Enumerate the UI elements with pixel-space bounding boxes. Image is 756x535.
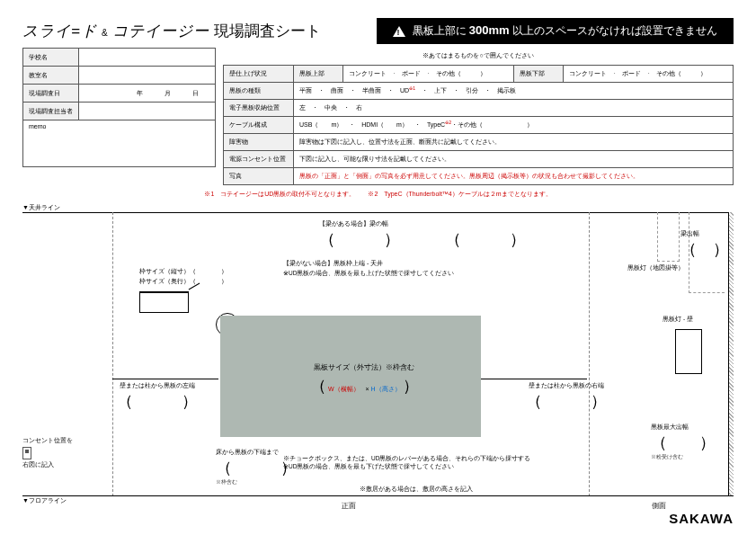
outlet-icon [22, 447, 31, 459]
lbl-outlet: 電源コンセント位置 [224, 150, 294, 167]
lbl-obstacle: 障害物 [224, 133, 294, 150]
frame-box [139, 291, 189, 313]
dim-right [481, 379, 587, 379]
lbl-side-wall: 黒板灯 - 壁 [663, 316, 693, 324]
opts-boardtop[interactable]: コンクリート・ボード・その他（ ） [343, 65, 514, 82]
lbl-elec: 電子黒板収納位置 [224, 99, 294, 116]
front-label: 正面 [342, 501, 356, 511]
right-wall-line [589, 212, 590, 496]
floor-label: ▼フロアライン [22, 496, 67, 505]
opts-elec[interactable]: 左 ・ 中央 ・ 右 [294, 99, 734, 116]
field-person[interactable] [79, 103, 216, 120]
lbl-photo: 写真 [224, 167, 294, 184]
side-beam-box [657, 212, 680, 262]
warn-bold: 300mm [469, 23, 510, 37]
page-title: 現場調査シート [214, 21, 321, 41]
beam-proj: 梁出幅（ ） [680, 230, 729, 260]
lbl-cable: ケーブル構成 [224, 116, 294, 133]
side-label: 側面 [652, 501, 666, 511]
lbl-date: 現場調査日 [23, 85, 79, 103]
brand-amp: & [102, 28, 108, 38]
txt-outlet: 下図に記入し、可能な限り寸法を記載してください。 [294, 150, 734, 167]
left-post: 壁または柱から黒板の左端（ ） [117, 381, 198, 412]
warning-banner: 黒板上部に 300mm 以上のスペースがなければ設置できません [377, 18, 734, 44]
board-size-label: 黒板サイズ（外寸法）※枠含む （ W（横幅） × H（高さ） ） [310, 363, 419, 397]
lbl-person: 現場調査担当者 [23, 103, 79, 120]
field-date[interactable]: 年月日 [79, 85, 216, 103]
txt-obstacle: 障害物は下図に記入し、位置寸法を正面、断面共に記載してください。 [294, 133, 734, 150]
kb-wall-box [675, 329, 702, 374]
side-view: 黒板灯（地図掛等） 黒板灯 - 壁 黒板最大出幅 （ ）※粉受け含む 梁出幅（ … [617, 212, 734, 496]
right-post: 壁または柱から黒板の右端（ ） [526, 381, 607, 412]
warning-icon [393, 26, 405, 37]
warn-prefix: 黒板上部に [413, 24, 467, 37]
lbl-boardtop: 黒板上部 [294, 65, 343, 82]
lbl-room: 教室名 [23, 67, 79, 85]
lbl-side-ceil: 黒板灯（地図掛等） [627, 264, 684, 272]
field-school[interactable] [79, 49, 216, 67]
diagram: ▼天井ライン 【梁がある場合】梁の幅 （ ）（ ） 【梁がない場合】黒板枠上端 … [22, 203, 734, 518]
opts-cable[interactable]: USB（ m） ・ HDMI（ m） ・ TypeC※2・その他（ ） [294, 116, 734, 133]
frame-labels: 枠サイズ（縦寸）（ ）枠サイズ（奥行）（ ） [139, 266, 227, 286]
circle-note: ※あてはまるものを○で囲んでください [224, 48, 734, 65]
beam-no: 【梁がない場合】黒板枠上端 - 天井 [283, 259, 383, 268]
ud-note: ※UD黒板の場合、黒板を最も上げた状態で採寸してください [283, 270, 454, 278]
opts-boardtype[interactable]: 平面 ・ 曲面 ・ 半曲面 ・ UD※1 ・ 上下 ・ 引分 ・ 掲示板 [294, 82, 734, 99]
lbl-school: 学校名 [23, 49, 79, 67]
ceil-label: ▼天井ライン [22, 203, 60, 212]
logo: SAKAWA [669, 511, 734, 526]
left-wall-line [112, 212, 113, 496]
lbl-wall: 壁仕上げ状況 [224, 65, 294, 82]
outlet-note: コンセント位置を 右図に記入 [22, 437, 73, 469]
brand-2: コテイージー [112, 21, 209, 41]
brand-1: スライ=ド [22, 21, 97, 41]
footnotes: ※1 コテイージーはUD黒板の取付不可となります。 ※2 TypeC（Thund… [22, 187, 734, 201]
beam-yes: 【梁がある場合】梁の幅 （ ）（ ） [319, 219, 526, 250]
txt-photo: 黒板の「正面」と「側面」の写真を必ず用意してください。黒板周辺（掲示板等）の状況… [294, 167, 734, 184]
dumari-note: ※敷居がある場合は、敷居の高さを記入 [360, 486, 473, 494]
field-room[interactable] [79, 67, 216, 85]
opts-boardbot[interactable]: コンクリート・ボード・その他（ ） [563, 65, 734, 82]
dim-left [112, 379, 218, 379]
floor-line [22, 495, 734, 496]
memo-box[interactable]: memo [22, 120, 216, 167]
lbl-boardbot: 黒板下部 [513, 65, 563, 82]
lbl-boardtype: 黒板の種類 [224, 82, 294, 99]
bot-note: ※チョークボックス、または、UD黒板のレバーがある場合、それらの下端から採寸する… [283, 455, 530, 471]
info-table: 学校名 教室名 現場調査日 年月日 現場調査担当者 [22, 48, 216, 120]
warn-suffix: 以上のスペースがなければ設置できません [512, 24, 717, 37]
survey-table: ※あてはまるものを○で囲んでください 壁仕上げ状況 黒板上部 コンクリート・ボー… [223, 48, 734, 185]
kb-max: 黒板最大出幅 （ ）※粉受け含む [651, 424, 716, 461]
